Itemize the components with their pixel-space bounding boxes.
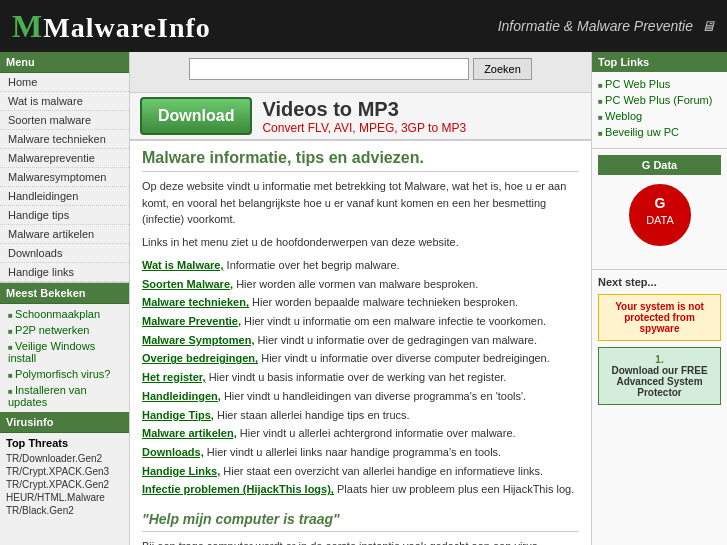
nav-item-handleidingen[interactable]: Handleidingen xyxy=(0,187,129,206)
content-center: Zoeken Download Videos to MP3 Convert FL… xyxy=(130,52,592,545)
spyware-warning-box: Your system is not protected from spywar… xyxy=(598,294,721,341)
list-item[interactable]: Installeren van updates xyxy=(0,382,129,410)
article-link[interactable]: Overige bedreigingen, xyxy=(142,352,258,364)
article-link[interactable]: Malware technieken, xyxy=(142,296,249,308)
virusinfo-section: Virusinfo Top Threats TR/Downloader.Gen2… xyxy=(0,412,129,521)
download-step-title: Download our FREE Advanced System Protec… xyxy=(605,365,714,398)
meest-bekeken-title: Meest Bekeken xyxy=(0,283,129,304)
site-tagline: Informatie & Malware Preventie 🖥 xyxy=(498,18,715,34)
article-link[interactable]: Handige Tips, xyxy=(142,409,214,421)
article-link[interactable]: Malware Preventie, xyxy=(142,315,241,327)
list-item[interactable]: Polymorfisch virus? xyxy=(0,366,129,382)
article-2-title: "Help mijn computer is traag" xyxy=(142,511,579,532)
top-threats-title: Top Threats xyxy=(6,437,123,449)
list-item[interactable]: Veilige Windows install xyxy=(0,338,129,366)
nav-item-wat[interactable]: Wat is malware xyxy=(0,92,129,111)
articles-area: Malware informatie, tips en adviezen. Op… xyxy=(130,141,591,545)
list-item[interactable]: P2P netwerken xyxy=(0,322,129,338)
monitor-icon: 🖥 xyxy=(701,18,715,34)
search-button[interactable]: Zoeken xyxy=(473,58,532,80)
list-item: TR/Black.Gen2 xyxy=(6,504,123,517)
svg-text:G: G xyxy=(654,195,665,211)
top-links-title: Top Links xyxy=(592,52,727,72)
article-link[interactable]: Downloads, xyxy=(142,446,204,458)
top-link-item[interactable]: Weblog xyxy=(598,108,721,124)
list-item: TR/Crypt.XPACK.Gen2 xyxy=(6,478,123,491)
top-links-list: PC Web Plus PC Web Plus (Forum) Weblog B… xyxy=(592,72,727,144)
nav-item-preventie[interactable]: Malwarepreventie xyxy=(0,149,129,168)
article-link[interactable]: Soorten Malware, xyxy=(142,278,233,290)
meest-bekeken-list: Schoonmaakplan P2P netwerken Veilige Win… xyxy=(0,304,129,412)
list-item: TR/Downloader.Gen2 xyxy=(6,452,123,465)
article-1: Malware informatie, tips en adviezen. Op… xyxy=(142,149,579,499)
nav-item-soorten[interactable]: Soorten malware xyxy=(0,111,129,130)
top-link-item[interactable]: PC Web Plus xyxy=(598,76,721,92)
top-link-item[interactable]: PC Web Plus (Forum) xyxy=(598,92,721,108)
article-link[interactable]: Handige Links, xyxy=(142,465,220,477)
gdata-logo: G DATA xyxy=(620,175,700,255)
logo-letter: M xyxy=(12,8,43,44)
article-2: "Help mijn computer is traag" Bij een tr… xyxy=(142,511,579,545)
gdata-title: G Data xyxy=(598,155,721,175)
nav-item-downloads[interactable]: Downloads xyxy=(0,244,129,263)
main-layout: Menu Home Wat is malware Soorten malware… xyxy=(0,52,727,545)
meest-bekeken-section: Meest Bekeken Schoonmaakplan P2P netwerk… xyxy=(0,283,129,412)
article-link[interactable]: Handleidingen, xyxy=(142,390,221,402)
download-sub-text: Convert FLV, AVI, MPEG, 3GP to MP3 xyxy=(262,121,466,135)
download-text: Videos to MP3 Convert FLV, AVI, MPEG, 3G… xyxy=(262,98,466,135)
article-1-intro-1: Op deze website vindt u informatie met b… xyxy=(142,178,579,228)
download-main-text: Videos to MP3 xyxy=(262,98,466,121)
menu-section-title: Menu xyxy=(0,52,129,73)
site-header: MMalwareInfo Informatie & Malware Preven… xyxy=(0,0,727,52)
article-2-para1: Bij een trage computer wordt er in de ee… xyxy=(142,538,579,545)
svg-text:DATA: DATA xyxy=(646,214,674,226)
list-item[interactable]: Schoonmaakplan xyxy=(0,306,129,322)
top-link-item[interactable]: Beveilig uw PC xyxy=(598,124,721,140)
download-step-box[interactable]: 1. Download our FREE Advanced System Pro… xyxy=(598,347,721,405)
virusinfo-content: Top Threats TR/Downloader.Gen2 TR/Crypt.… xyxy=(0,433,129,521)
sidebar-right: Top Links PC Web Plus PC Web Plus (Forum… xyxy=(592,52,727,545)
nav-item-symptomen[interactable]: Malwaresymptomen xyxy=(0,168,129,187)
article-link[interactable]: Infectie problemen (HijackThis logs), xyxy=(142,483,334,495)
sidebar-left: Menu Home Wat is malware Soorten malware… xyxy=(0,52,130,545)
nav-item-artikelen[interactable]: Malware artikelen xyxy=(0,225,129,244)
virus-list: TR/Downloader.Gen2 TR/Crypt.XPACK.Gen3 T… xyxy=(6,452,123,517)
article-1-title: Malware informatie, tips en adviezen. xyxy=(142,149,579,172)
article-link[interactable]: Malware artikelen, xyxy=(142,427,237,439)
article-1-intro-2: Links in het menu ziet u de hoofdonderwe… xyxy=(142,234,579,251)
step-number: 1. xyxy=(605,354,714,365)
nav-item-tips[interactable]: Handige tips xyxy=(0,206,129,225)
nav-item-technieken[interactable]: Malware technieken xyxy=(0,130,129,149)
nav-menu: Home Wat is malware Soorten malware Malw… xyxy=(0,73,129,283)
search-bar: Zoeken xyxy=(130,52,591,93)
next-step-title: Next step... xyxy=(598,276,721,288)
site-logo: MMalwareInfo xyxy=(12,8,211,45)
article-link[interactable]: Het register, xyxy=(142,371,206,383)
gdata-logo-svg: G DATA xyxy=(625,180,695,250)
article-link[interactable]: Malware Symptomen, xyxy=(142,334,254,346)
gdata-section: G Data G DATA xyxy=(592,148,727,261)
nav-item-links[interactable]: Handige links xyxy=(0,263,129,282)
next-step-section: Next step... Your system is not protecte… xyxy=(592,269,727,411)
download-button[interactable]: Download xyxy=(140,97,252,135)
download-banner: Download Videos to MP3 Convert FLV, AVI,… xyxy=(130,93,591,141)
list-item: TR/Crypt.XPACK.Gen3 xyxy=(6,465,123,478)
spyware-warning-text: Your system is not protected from spywar… xyxy=(615,301,704,334)
article-1-links: Wat is Malware, Informatie over het begr… xyxy=(142,256,579,499)
list-item: HEUR/HTML.Malware xyxy=(6,491,123,504)
search-form: Zoeken xyxy=(189,58,532,80)
article-link[interactable]: Wat is Malware, xyxy=(142,259,224,271)
search-input[interactable] xyxy=(189,58,469,80)
nav-item-home[interactable]: Home xyxy=(0,73,129,92)
virusinfo-title: Virusinfo xyxy=(0,412,129,433)
